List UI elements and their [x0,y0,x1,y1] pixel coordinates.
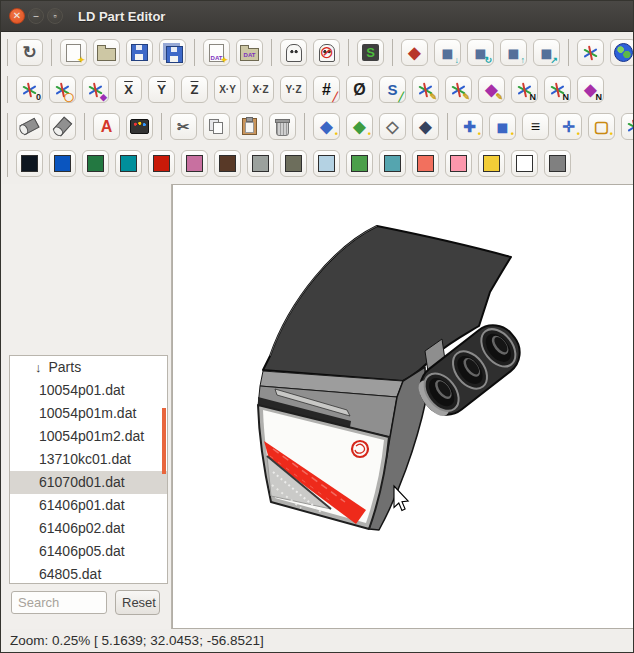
add-primitive-button[interactable]: ◼• [489,113,516,140]
primitive-cylinder-button[interactable] [16,113,43,140]
add-line-icon: ≡ [531,119,540,135]
color-swatch-4-button[interactable] [148,150,175,177]
cube-upload-badge-icon: ↑ [521,56,526,65]
color-swatch-8-button[interactable] [280,150,307,177]
draw-surface-button[interactable]: ✎ [412,76,439,103]
part-list-item[interactable]: 61406p05.dat [10,540,167,563]
swap-xy-icon: X·Y [219,85,236,95]
color-palette-row [5,150,633,177]
primitive-cone-icon [53,117,73,137]
part-list-item[interactable]: 10054p01.dat [10,379,167,402]
toolbar-area: ↻✦DAT✦DAT⊘S◆◼↓◼↻◼↑◼↗0◯◆XYZX·YX·ZY·Z#╱ØS╱… [1,32,633,177]
color-swatch-9-button[interactable] [313,150,340,177]
part-list-item[interactable]: 61070d01.dat [10,471,167,494]
close-window-button[interactable]: ✕ [9,8,25,24]
swap-xz-button[interactable]: X·Z [247,76,274,103]
draw-vertex-button[interactable]: ◆✎ [478,76,505,103]
set-x-icon: X [124,83,133,96]
color-swatch-icon [219,155,236,172]
swap-yz-button[interactable]: Y·Z [280,76,307,103]
refresh-button[interactable]: ↻ [16,39,43,66]
set-x-button[interactable]: X [115,76,142,103]
color-swatch-2-button[interactable] [82,150,109,177]
part-list-item[interactable]: 61406p02.dat [10,517,167,540]
color-swatch-icon [87,155,104,172]
color-swatch-10-button[interactable] [346,150,373,177]
axes-button[interactable] [577,39,604,66]
reset-button[interactable]: Reset [115,590,160,615]
part-list-item[interactable]: 13710kc01.dat [10,448,167,471]
cut-button[interactable]: ✂ [170,113,197,140]
maximize-window-button[interactable]: ▫ [47,8,63,24]
color-swatch-6-button[interactable] [214,150,241,177]
color-swatch-icon [252,155,269,172]
color-swatch-12-button[interactable] [412,150,439,177]
open-dat-file-button[interactable]: DAT [236,39,263,66]
parts-list-scrollbar-thumb[interactable] [162,408,166,474]
color-swatch-15-button[interactable] [511,150,538,177]
cube-export-button[interactable]: ◼↗ [533,39,560,66]
toolbox-button[interactable] [126,113,153,140]
new-dat-file-button[interactable]: DAT✦ [203,39,230,66]
cube-upload-button[interactable]: ◼↑ [500,39,527,66]
rotate-axes-button[interactable]: ◯ [49,76,76,103]
part-list-item[interactable]: 10054p01m2.dat [10,425,167,448]
mode-vertices-badge-icon: • [335,130,338,139]
show-ghost-button[interactable] [280,39,307,66]
draw-protractor-button[interactable]: ✎ [445,76,472,103]
statusbar-zoom-coords: Zoom: 0.25% [ 5.1639; 32.0453; -56.8521] [10,633,264,648]
color-swatch-13-button[interactable] [445,150,472,177]
origin-axes-button[interactable]: 0 [16,76,43,103]
angle-tool-button[interactable]: A [93,113,120,140]
color-swatch-7-button[interactable] [247,150,274,177]
copy-button[interactable] [203,113,230,140]
cube-red-button[interactable]: ◆ [401,39,428,66]
set-z-button[interactable]: Z [181,76,208,103]
color-swatch-11-button[interactable] [379,150,406,177]
pivot-axes-button[interactable]: ◆ [82,76,109,103]
mode-surfaces-button[interactable]: ◆• [346,113,373,140]
snapshot-button[interactable]: S [357,39,384,66]
color-swatch-0-button[interactable] [16,150,43,177]
color-swatch-5-button[interactable] [181,150,208,177]
minimize-window-button[interactable]: – [28,8,44,24]
3d-viewport[interactable] [172,184,634,629]
color-swatch-14-button[interactable] [478,150,505,177]
save-all-button[interactable] [159,39,186,66]
sort-down-icon: ↓ [35,360,42,375]
add-line-button[interactable]: ≡ [522,113,549,140]
part-list-item[interactable]: 64805.dat [10,563,167,584]
mode-vertices-button[interactable]: ◆• [313,113,340,140]
edit-subfile-button[interactable]: S╱ [379,76,406,103]
color-swatch-16-button[interactable] [544,150,571,177]
normals-vertex-button[interactable]: ◆N [577,76,604,103]
mode-wireframe-button[interactable]: ◇ [379,113,406,140]
part-list-item[interactable]: 10054p01m.dat [10,402,167,425]
cube-refresh-button[interactable]: ◼↻ [467,39,494,66]
cube-download-button[interactable]: ◼↓ [434,39,461,66]
color-swatch-1-button[interactable] [49,150,76,177]
swap-xy-button[interactable]: X·Y [214,76,241,103]
mode-solid-button[interactable]: ◆ [412,113,439,140]
delete-button[interactable] [269,113,296,140]
parts-list-header[interactable]: ↓Parts [10,356,167,379]
search-input[interactable] [11,591,107,614]
move-selection-button[interactable]: ✛• [555,113,582,140]
grid-edit-button[interactable]: #╱ [313,76,340,103]
scale-selection-button[interactable]: ▢• [588,113,615,140]
set-y-button[interactable]: Y [148,76,175,103]
globe-button[interactable] [610,39,634,66]
part-list-item[interactable]: 61406p01.dat [10,494,167,517]
normals-flip-button[interactable]: N [544,76,571,103]
add-vertex-button[interactable]: ✚• [456,113,483,140]
save-file-button[interactable] [126,39,153,66]
open-file-button[interactable] [93,39,120,66]
round-off-button[interactable]: Ø [346,76,373,103]
new-file-button[interactable]: ✦ [60,39,87,66]
manipulator-button[interactable] [621,113,634,140]
normals-axes-button[interactable]: N [511,76,538,103]
color-swatch-3-button[interactable] [115,150,142,177]
primitive-cone-button[interactable] [49,113,76,140]
no-ghost-button[interactable]: ⊘ [313,39,340,66]
paste-button[interactable] [236,113,263,140]
